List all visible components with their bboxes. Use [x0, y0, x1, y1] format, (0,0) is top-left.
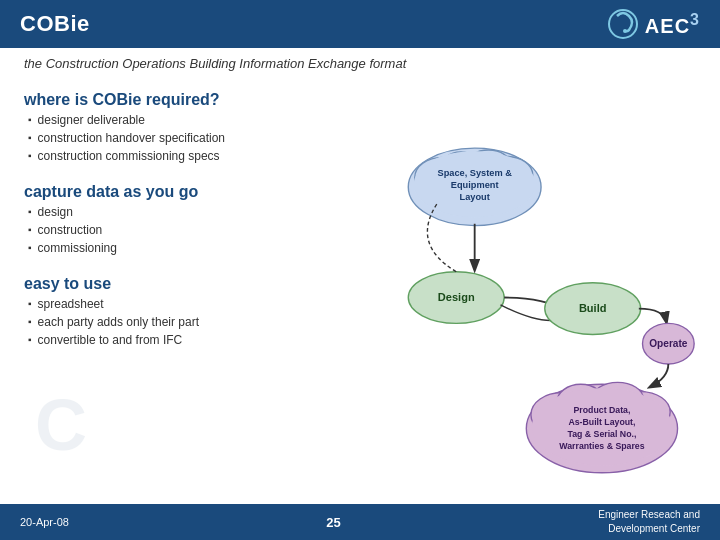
section-easy-list: spreadsheet each party adds only their p… — [24, 295, 344, 349]
footer-date: 20-Apr-08 — [20, 516, 69, 528]
svg-point-1 — [623, 29, 627, 33]
logo-area: AEC3 — [607, 8, 700, 40]
svg-text:Design: Design — [438, 291, 475, 303]
svg-text:Warranties & Spares: Warranties & Spares — [559, 441, 644, 451]
section-capture-heading: capture data as you go — [24, 183, 344, 201]
watermark-icon: C — [30, 370, 120, 480]
section-where-list: designer deliverable construction handov… — [24, 111, 344, 165]
cloud-bottom: Product Data, As-Built Layout, Tag & Ser… — [526, 382, 677, 472]
lifecycle-diagram: Space, System & Equipment Layout Design … — [364, 91, 696, 517]
svg-text:Build: Build — [579, 302, 607, 314]
list-item: convertible to and from IFC — [28, 331, 344, 349]
logo-text: AEC3 — [645, 11, 700, 38]
section-where-heading: where is COBie required? — [24, 91, 344, 109]
list-item: commissioning — [28, 239, 344, 257]
list-item: construction handover specification — [28, 129, 344, 147]
section-easy: easy to use spreadsheet each party adds … — [24, 275, 344, 349]
svg-text:As-Built Layout,: As-Built Layout, — [568, 417, 635, 427]
node-build: Build — [545, 283, 641, 335]
section-capture: capture data as you go design constructi… — [24, 183, 344, 257]
list-item: each party adds only their part — [28, 313, 344, 331]
cloud-top: Space, System & Equipment Layout — [408, 148, 541, 225]
section-easy-heading: easy to use — [24, 275, 344, 293]
page-title: COBie — [20, 11, 90, 37]
header-bar: COBie AEC3 — [0, 0, 720, 48]
section-capture-list: design construction commissioning — [24, 203, 344, 257]
svg-text:Space, System &: Space, System & — [438, 168, 513, 178]
svg-text:C: C — [35, 385, 87, 465]
section-where: where is COBie required? designer delive… — [24, 91, 344, 165]
footer-org: Engineer Reseach and Development Center — [598, 508, 700, 536]
list-item: design — [28, 203, 344, 221]
node-design: Design — [408, 272, 504, 324]
node-operate: Operate — [643, 323, 695, 364]
svg-text:Operate: Operate — [649, 338, 688, 349]
svg-text:Tag & Serial No.,: Tag & Serial No., — [567, 429, 636, 439]
svg-text:Product Data,: Product Data, — [573, 405, 630, 415]
footer-bar: 20-Apr-08 25 Engineer Reseach and Develo… — [0, 504, 720, 540]
list-item: construction — [28, 221, 344, 239]
footer-page: 25 — [326, 515, 340, 530]
list-item: construction commissioning specs — [28, 147, 344, 165]
aec3-logo-icon — [607, 8, 639, 40]
list-item: designer deliverable — [28, 111, 344, 129]
main-subtitle: the Construction Operations Building Inf… — [0, 48, 720, 71]
svg-text:Layout: Layout — [460, 192, 490, 202]
svg-text:Equipment: Equipment — [451, 180, 499, 190]
list-item: spreadsheet — [28, 295, 344, 313]
diagram-area: Space, System & Equipment Layout Design … — [364, 91, 696, 517]
